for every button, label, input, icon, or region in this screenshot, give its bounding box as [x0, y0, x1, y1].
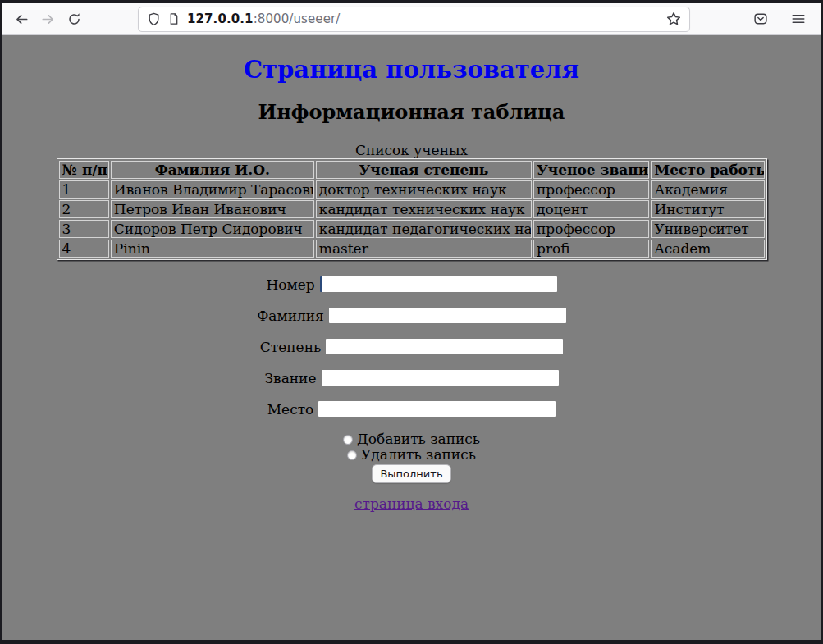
cell-surname: Петров Иван Иванович [111, 200, 314, 218]
cell-surname: Сидоров Петр Сидорович [111, 220, 314, 238]
action-radio-group: Добавить запись Удалить запись [2, 432, 821, 463]
surname-input[interactable] [329, 308, 566, 323]
forward-arrow-icon [41, 12, 55, 26]
form-row-workplace: Место [2, 400, 821, 416]
bookmark-button[interactable] [666, 11, 681, 26]
table-row: 2 Петров Иван Иванович кандидат техничес… [59, 200, 765, 218]
degree-input[interactable] [326, 339, 563, 354]
col-header-number: № п/п [59, 161, 109, 179]
hamburger-menu-icon [791, 11, 806, 26]
cell-surname: Pinin [111, 240, 314, 258]
cell-workplace: Институт [651, 200, 764, 218]
surname-label: Фамилия [257, 308, 324, 324]
forward-button[interactable] [34, 7, 61, 31]
number-input[interactable] [320, 276, 557, 292]
table-row: 3 Сидоров Петр Сидорович кандидат педаго… [59, 220, 765, 238]
form-row-number: Номер [2, 275, 821, 291]
form-row-surname: Фамилия [2, 306, 821, 322]
back-button[interactable] [8, 7, 34, 31]
url-bar[interactable]: 127.0.0.1:8000/useeer/ [138, 7, 690, 32]
radio-line-delete: Удалить запись [2, 447, 821, 463]
col-header-surname: Фамилия И.О. [111, 161, 314, 179]
pocket-button[interactable] [748, 7, 774, 31]
back-arrow-icon [15, 12, 29, 26]
screenshot-root: { "browser": { "url": { "host": "127.0.0… [0, 0, 823, 644]
table-header-row: № п/п Фамилия И.О. Ученая степень Ученое… [59, 161, 765, 179]
workplace-input[interactable] [318, 401, 556, 417]
cell-degree: кандидат технических наук [316, 200, 532, 218]
url-text[interactable]: 127.0.0.1:8000/useeer/ [187, 11, 340, 26]
cell-surname: Иванов Владимир Тарасович [111, 180, 314, 199]
menu-button[interactable] [785, 7, 812, 31]
cell-rank: доцент [533, 200, 649, 218]
cell-workplace: Академия [651, 180, 764, 199]
cell-rank: profi [533, 240, 649, 258]
browser-window: 127.0.0.1:8000/useeer/ Страниц [2, 3, 821, 640]
cell-rank: профессор [533, 220, 649, 238]
toolbar-right-buttons [748, 7, 815, 31]
cell-degree: master [316, 240, 532, 258]
workplace-label: Место [267, 401, 314, 418]
number-label: Номер [266, 276, 314, 293]
rank-label: Звание [264, 370, 316, 386]
login-page-link[interactable]: страница входа [354, 496, 469, 512]
rank-input[interactable] [322, 370, 559, 386]
cell-number: 3 [59, 220, 109, 238]
scientists-table: № п/п Фамилия И.О. Ученая степень Ученое… [57, 158, 767, 260]
cell-degree: доктор технических наук [316, 180, 532, 199]
cell-number: 1 [59, 180, 109, 199]
delete-record-label: Удалить запись [361, 446, 476, 463]
col-header-workplace: Место работы [651, 161, 764, 179]
url-path: :8000/useeer/ [254, 11, 341, 26]
table-row: 4 Pinin master profi Academ [59, 240, 765, 258]
url-host: 127.0.0.1 [187, 11, 254, 26]
table-row: 1 Иванов Владимир Тарасович доктор техни… [59, 180, 765, 199]
page-info-icon[interactable] [167, 12, 181, 25]
bookmark-star-icon [666, 11, 681, 26]
add-record-radio[interactable] [343, 435, 353, 445]
page-subtitle: Информационная таблица [2, 100, 821, 124]
page-title: Страница пользователя [2, 56, 821, 84]
degree-label: Степень [260, 339, 321, 355]
reload-icon [67, 12, 81, 26]
add-record-label: Добавить запись [357, 431, 480, 447]
pocket-icon [753, 11, 768, 26]
shield-icon[interactable] [147, 12, 161, 26]
page-content: Страница пользователя Информационная таб… [2, 35, 821, 640]
delete-record-radio[interactable] [347, 450, 357, 460]
cell-workplace: Университет [651, 220, 764, 238]
form-row-degree: Степень [2, 337, 821, 354]
cell-rank: профессор [533, 180, 649, 199]
table-caption: Список ученых [2, 143, 821, 158]
record-form: Номер Фамилия Степень Звание Место Добав… [2, 275, 821, 483]
form-row-rank: Звание [2, 368, 821, 385]
cell-number: 4 [59, 240, 109, 258]
reload-button[interactable] [61, 7, 87, 31]
cell-number: 2 [59, 200, 109, 218]
cell-degree: кандидат педагогических наук [316, 220, 532, 238]
radio-line-add: Добавить запись [2, 432, 821, 447]
cell-workplace: Academ [651, 240, 764, 258]
execute-button[interactable]: Выполнить [372, 464, 450, 483]
browser-toolbar: 127.0.0.1:8000/useeer/ [2, 3, 821, 35]
col-header-rank: Ученое звание [533, 161, 649, 179]
col-header-degree: Ученая степень [316, 161, 532, 179]
